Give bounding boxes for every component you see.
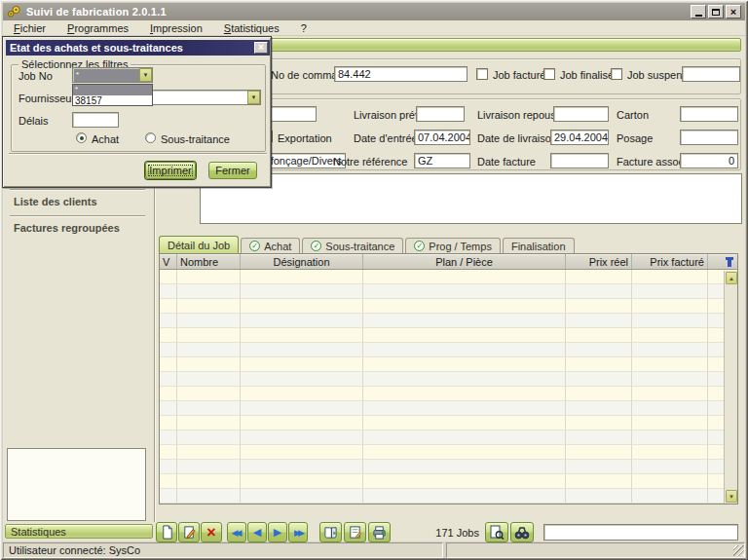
table-row[interactable] (160, 372, 737, 387)
imprimer-button[interactable]: Imprimer (145, 162, 196, 179)
edit-list-button[interactable] (344, 522, 366, 542)
livraison-prevue-field[interactable] (416, 106, 465, 122)
close-button[interactable]: × (726, 5, 741, 19)
no-commande-field[interactable]: 84.442 (334, 66, 468, 82)
table-row[interactable] (160, 416, 737, 430)
tab-check-icon: ✓ (249, 241, 260, 251)
table-cell (566, 328, 632, 343)
delais-field[interactable] (72, 112, 119, 128)
open-journal-button[interactable] (319, 522, 342, 542)
column-header-prix-r-el[interactable]: Prix réel (566, 254, 632, 269)
quick-search-input[interactable] (543, 524, 738, 541)
job-no-dropdown-arrow-icon[interactable]: ▼ (139, 68, 152, 82)
comment-box[interactable] (200, 173, 742, 224)
nav-previous-button[interactable]: ◀ (247, 522, 267, 542)
table-row[interactable] (160, 357, 737, 372)
job-suspendu-field[interactable] (682, 66, 740, 82)
menu-item-?[interactable]: ? (290, 21, 318, 35)
posage-field[interactable] (680, 130, 738, 145)
table-cell (241, 416, 363, 430)
date-livraison-field[interactable]: 29.04.2004 (550, 130, 609, 145)
column-header-prix-factur-[interactable]: Prix facturé (632, 254, 708, 269)
new-record-button[interactable] (156, 522, 177, 542)
minimize-button[interactable] (691, 5, 706, 19)
achat-radio[interactable] (76, 132, 87, 143)
dropdown-item-highlighted[interactable]: * (73, 85, 152, 95)
dropdown-item[interactable]: 38157 (73, 95, 152, 106)
fermer-button[interactable]: Fermer (208, 162, 257, 179)
table-row[interactable] (160, 343, 737, 357)
carton-field[interactable] (680, 106, 738, 122)
table-row[interactable] (160, 445, 737, 460)
table-cell (632, 401, 708, 416)
table-row[interactable] (160, 474, 737, 489)
job-facture-checkbox[interactable] (476, 68, 488, 80)
column-header-nombre[interactable]: Nombre (177, 254, 241, 269)
statistiques-button[interactable]: Statistiques (5, 524, 153, 539)
table-row[interactable] (160, 270, 737, 284)
edit-record-button[interactable] (178, 522, 200, 542)
dialog-titlebar[interactable]: Etat des achats et sous-traitances × (6, 40, 270, 56)
sidebar-listbox[interactable] (7, 448, 146, 521)
table-row[interactable] (160, 328, 737, 343)
scroll-down-button[interactable]: ▼ (726, 490, 737, 503)
copy-records-button[interactable] (368, 522, 391, 542)
table-row[interactable] (160, 284, 737, 299)
table-row[interactable] (160, 489, 737, 504)
delete-record-button[interactable]: × (201, 522, 222, 542)
nav-last-button[interactable]: ▶▶ (288, 522, 308, 542)
sidebar-item-factures-regroupees[interactable]: Factures regroupées (14, 222, 120, 234)
table-cell (632, 314, 708, 328)
tab-achat[interactable]: ✓Achat (241, 238, 300, 253)
date-facture-label: Date facture (477, 156, 536, 168)
column-header-d-signation[interactable]: Désignation (241, 254, 363, 269)
nav-first-button[interactable]: ◀◀ (227, 522, 246, 542)
table-cell (363, 299, 566, 314)
livraison-repoussee-field[interactable] (553, 106, 609, 122)
column-header-v[interactable]: V (160, 254, 177, 269)
date-entree-field[interactable]: 07.04.2004 (414, 130, 470, 145)
table-scrollbar[interactable]: ▲ ▼ (724, 271, 737, 504)
table-cell (363, 460, 566, 474)
job-finalise-checkbox[interactable] (543, 68, 555, 80)
tab-prog-temps[interactable]: ✓Prog / Temps (405, 238, 501, 253)
notre-reference-field[interactable]: GZ (414, 153, 470, 168)
table-cell (177, 489, 241, 504)
column-header-plan-pi-ce[interactable]: Plan / Pièce (363, 254, 566, 269)
table-cell (177, 430, 241, 445)
maximize-button[interactable] (708, 5, 724, 19)
table-row[interactable] (160, 299, 737, 314)
table-row[interactable] (160, 430, 737, 445)
job-no-combobox[interactable]: * ▼ (72, 67, 153, 83)
scroll-up-button[interactable]: ▲ (726, 272, 737, 284)
search-client-button[interactable] (485, 522, 508, 542)
menu-item-programmes[interactable]: Programmes (56, 21, 139, 35)
table-row[interactable] (160, 460, 737, 474)
window-titlebar[interactable]: Suivi de fabrication 2.0.1.1 × (3, 3, 745, 20)
tab-finalisation[interactable]: Finalisation (503, 238, 575, 253)
fournisseur-dropdown-arrow-icon[interactable]: ▼ (247, 91, 260, 104)
menu-item-fichier[interactable]: Fichier (3, 21, 56, 35)
menu-item-impression[interactable]: Impression (139, 21, 213, 35)
column-picker-icon[interactable] (725, 256, 734, 268)
table-row[interactable] (160, 387, 737, 401)
nav-next-button[interactable]: ▶ (268, 522, 287, 542)
tab-d-tail-du-job[interactable]: Détail du Job (159, 236, 239, 253)
sous-traitance-radio[interactable] (145, 132, 156, 143)
facture-associee-field[interactable]: 0 (680, 153, 738, 168)
sidebar-item-liste-des-clients[interactable]: Liste des clients (14, 196, 97, 207)
menu-item-statistiques[interactable]: Statistiques (213, 21, 290, 35)
tab-sous-traitance[interactable]: ✓Sous-traitance (302, 238, 403, 253)
date-entree-label: Date d'entrée (354, 132, 418, 144)
nav-previous-icon: ◀ (253, 526, 261, 539)
table-row[interactable] (160, 314, 737, 328)
table-row[interactable] (160, 401, 737, 416)
dialog-close-button[interactable]: × (254, 42, 268, 54)
resize-grip[interactable] (733, 545, 744, 556)
edit-record-icon (182, 525, 197, 540)
search-button[interactable] (510, 522, 534, 542)
job-suspendu-checkbox[interactable] (611, 68, 622, 80)
table-cell (241, 372, 363, 387)
printer-icon (372, 525, 387, 540)
date-facture-field[interactable] (550, 153, 609, 168)
